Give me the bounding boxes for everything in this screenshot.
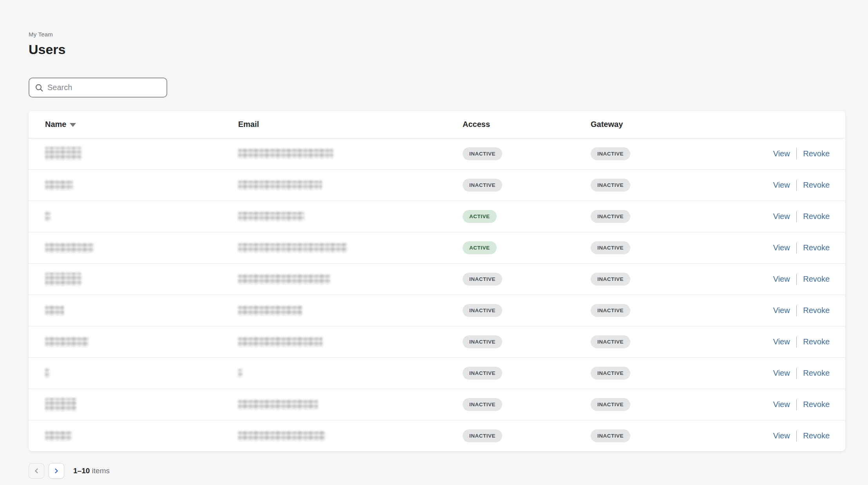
table-row: INACTIVE INACTIVE View Revoke [29, 263, 845, 295]
action-divider [796, 337, 797, 347]
redacted-user-email [238, 369, 242, 378]
revoke-link[interactable]: Revoke [803, 400, 830, 409]
access-status-badge: INACTIVE [463, 429, 502, 442]
gateway-status-badge: INACTIVE [591, 273, 630, 286]
action-divider [796, 274, 797, 285]
table-header-row: Name Email Access Gateway [29, 111, 845, 138]
revoke-link[interactable]: Revoke [803, 149, 830, 158]
redacted-user-email [238, 212, 304, 221]
view-link[interactable]: View [773, 243, 790, 252]
redacted-user-name [45, 180, 73, 190]
table-row: ACTIVE INACTIVE View Revoke [29, 232, 845, 263]
revoke-link[interactable]: Revoke [803, 306, 830, 315]
redacted-user-name [45, 431, 72, 441]
users-table-card: Name Email Access Gateway INACTIVE INACT… [29, 111, 845, 451]
revoke-link[interactable]: Revoke [803, 431, 830, 440]
column-header-gateway-label: Gateway [591, 120, 623, 129]
revoke-link[interactable]: Revoke [803, 243, 830, 252]
access-status-badge: INACTIVE [463, 179, 502, 192]
column-header-name[interactable]: Name [45, 120, 238, 129]
redacted-user-name [45, 306, 64, 316]
table-row: INACTIVE INACTIVE View Revoke [29, 389, 845, 420]
redacted-user-email [238, 181, 322, 190]
redacted-user-name [45, 243, 94, 253]
gateway-status-badge: INACTIVE [591, 367, 630, 380]
access-status-badge: INACTIVE [463, 273, 502, 286]
gateway-status-badge: INACTIVE [591, 210, 630, 223]
table-row: INACTIVE INACTIVE View Revoke [29, 420, 845, 451]
action-divider [796, 148, 797, 159]
revoke-link[interactable]: Revoke [803, 181, 830, 190]
redacted-user-name [45, 398, 76, 411]
gateway-status-badge: INACTIVE [591, 398, 630, 411]
revoke-link[interactable]: Revoke [803, 275, 830, 284]
items-label: items [92, 467, 110, 475]
column-header-gateway: Gateway [591, 120, 830, 129]
action-divider [796, 211, 797, 222]
action-divider [796, 399, 797, 410]
redacted-user-email [238, 337, 322, 347]
search-icon [35, 83, 43, 92]
gateway-status-badge: INACTIVE [591, 335, 630, 348]
redacted-user-name [45, 337, 89, 347]
revoke-link[interactable]: Revoke [803, 212, 830, 221]
search-input[interactable] [47, 83, 161, 92]
items-count: 1–10 items [73, 467, 110, 475]
items-range: 1–10 [73, 467, 90, 475]
action-divider [796, 242, 797, 253]
view-link[interactable]: View [773, 149, 790, 158]
table-row: INACTIVE INACTIVE View Revoke [29, 295, 845, 326]
redacted-user-email [238, 431, 325, 441]
pagination: 1–10 items [29, 463, 110, 479]
redacted-user-email [238, 306, 302, 316]
redacted-user-name [45, 147, 81, 160]
view-link[interactable]: View [773, 400, 790, 409]
chevron-left-icon [34, 468, 39, 474]
view-link[interactable]: View [773, 212, 790, 221]
view-link[interactable]: View [773, 275, 790, 284]
search-box[interactable] [29, 78, 167, 98]
view-link[interactable]: View [773, 369, 790, 378]
redacted-user-name [45, 273, 81, 286]
chevron-right-icon [54, 468, 59, 474]
access-status-badge: ACTIVE [463, 210, 497, 223]
column-header-access: Access [463, 120, 591, 129]
action-divider [796, 431, 797, 442]
sort-descending-icon [70, 123, 76, 127]
view-link[interactable]: View [773, 181, 790, 190]
gateway-status-badge: INACTIVE [591, 429, 630, 442]
table-body: INACTIVE INACTIVE View Revoke INACTIVE I… [29, 138, 845, 451]
redacted-user-email [238, 243, 347, 253]
revoke-link[interactable]: Revoke [803, 369, 830, 378]
action-divider [796, 180, 797, 191]
redacted-user-name [45, 212, 51, 222]
access-status-badge: ACTIVE [463, 241, 497, 254]
column-header-email-label: Email [238, 120, 259, 129]
action-divider [796, 305, 797, 316]
access-status-badge: INACTIVE [463, 304, 502, 317]
next-page-button[interactable] [49, 463, 64, 479]
access-status-badge: INACTIVE [463, 367, 502, 380]
revoke-link[interactable]: Revoke [803, 337, 830, 346]
action-divider [796, 368, 797, 379]
table-row: ACTIVE INACTIVE View Revoke [29, 201, 845, 232]
gateway-status-badge: INACTIVE [591, 304, 630, 317]
previous-page-button[interactable] [29, 463, 44, 479]
column-header-access-label: Access [463, 120, 490, 129]
breadcrumb[interactable]: My Team [29, 31, 845, 38]
view-link[interactable]: View [773, 337, 790, 346]
redacted-user-email [238, 400, 318, 410]
redacted-user-email [238, 148, 333, 159]
access-status-badge: INACTIVE [463, 398, 502, 411]
gateway-status-badge: INACTIVE [591, 241, 630, 254]
redacted-user-name [45, 369, 49, 378]
table-row: INACTIVE INACTIVE View Revoke [29, 326, 845, 357]
view-link[interactable]: View [773, 306, 790, 315]
access-status-badge: INACTIVE [463, 147, 502, 160]
gateway-status-badge: INACTIVE [591, 179, 630, 192]
redacted-user-email [238, 274, 330, 284]
column-header-name-label: Name [45, 120, 66, 129]
page-title: Users [29, 42, 845, 57]
view-link[interactable]: View [773, 431, 790, 440]
column-header-email: Email [238, 120, 463, 129]
